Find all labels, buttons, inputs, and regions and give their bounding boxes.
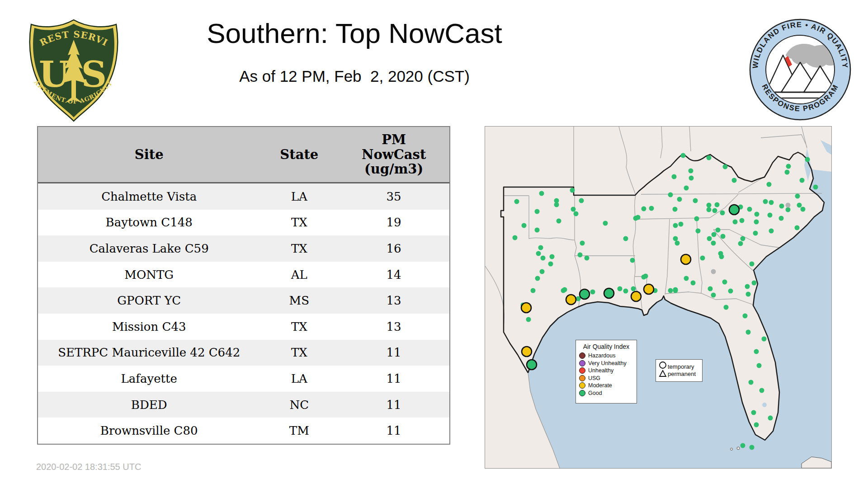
monitor-dot-good — [720, 211, 725, 216]
monitor-dot-good — [694, 216, 699, 221]
monitor-dot-good — [675, 241, 680, 246]
monitor-dot-good — [570, 188, 575, 193]
monitor-dot-good — [642, 206, 646, 211]
monitor-dot-good — [578, 253, 583, 258]
monitor-dot-good — [755, 212, 760, 217]
monitor-dot-good — [760, 388, 764, 393]
monitor-dot-good — [684, 276, 689, 281]
florida-key — [737, 447, 740, 450]
monitor-dot-good — [749, 380, 754, 385]
usfs-letter-u: U — [39, 54, 70, 95]
monitor-dot-good — [797, 203, 802, 208]
monitor-dot-good — [684, 186, 689, 191]
nowcast-table: Site State PM NowCast (ug/m3) Chalmette … — [37, 126, 450, 445]
aqi-legend: Air Quality Index HazardousVery Unhealth… — [576, 340, 637, 404]
monitor-dot-good — [768, 213, 773, 218]
lake-okeechobee — [762, 403, 767, 407]
monitor-dot-good — [785, 170, 790, 175]
monitor-dot-good — [554, 202, 559, 207]
permanent-label: permanent — [668, 371, 696, 378]
monitor-dot-good — [700, 256, 705, 261]
monitor-dot-good — [580, 241, 585, 246]
site-cell: SETRPC Mauriceville 42 C642 — [38, 346, 260, 359]
wfaqrp-logo: WILDLAND FIRE • AIR QUALITY RESPONSE PRO… — [747, 16, 854, 123]
monitor-dot-good — [721, 234, 726, 239]
monitor-dot-good — [691, 281, 696, 286]
monitor-dot-good — [673, 236, 678, 241]
monitor-dot-good — [746, 330, 751, 335]
col-header-site: Site — [38, 147, 260, 162]
monitor-dot-good — [769, 200, 774, 205]
value-cell: 16 — [338, 242, 449, 255]
usfs-letter-s: S — [81, 54, 107, 95]
monitor-dot-good — [757, 363, 762, 368]
state-cell: LA — [260, 372, 338, 385]
monitor-dot-good — [707, 236, 712, 241]
monitor-dot-good — [522, 223, 527, 228]
monitor-dot-good — [741, 236, 745, 241]
monitor-dot-good — [630, 258, 635, 263]
monitor-dot-good — [779, 204, 784, 209]
aqi-legend-items: HazardousVery UnhealthyUnhealthyUSGModer… — [579, 352, 633, 397]
table-row: LafayetteLA11 — [38, 366, 449, 392]
monitor-dot-good — [786, 207, 791, 212]
monitor-dot-good — [724, 305, 729, 310]
legend-item: Moderate — [579, 382, 633, 389]
monitor-dot-good — [623, 289, 628, 294]
monitor-dot-good — [752, 281, 757, 286]
monitor-dot-good — [763, 199, 768, 204]
top-site-marker — [644, 284, 654, 294]
monitor-dot-good — [733, 220, 738, 225]
monitor-dot-good — [750, 262, 755, 267]
value-cell: 11 — [338, 372, 449, 385]
monitor-dot-good — [535, 209, 540, 214]
state-cell: TX — [260, 242, 338, 255]
monitor-dot-good — [649, 206, 654, 211]
site-type-glyphs — [659, 361, 668, 380]
value-cell: 13 — [338, 294, 449, 307]
monitor-dot-good — [745, 284, 750, 289]
top-site-marker — [729, 205, 739, 215]
monitor-dot-good — [708, 286, 713, 291]
monitor-dot-good — [643, 274, 648, 279]
col-header-state: State — [260, 147, 338, 162]
monitor-dot-good — [681, 153, 686, 158]
monitor-dot-good — [754, 220, 759, 225]
legend-swatch-icon — [579, 382, 585, 389]
table-row: MONTGAL14 — [38, 262, 449, 288]
legend-item: Unhealthy — [579, 367, 633, 375]
monitor-dot-good — [747, 207, 752, 212]
site-cell: GPORT YC — [38, 294, 260, 307]
table-row: BDEDNC11 — [38, 392, 449, 418]
state-cell: MS — [260, 294, 338, 307]
monitor-dot-good — [786, 164, 791, 169]
legend-swatch-icon — [579, 360, 585, 366]
site-cell: Lafayette — [38, 372, 260, 385]
value-cell: 11 — [338, 424, 449, 437]
monitor-dot-good — [672, 174, 677, 179]
table-row: Chalmette VistaLA35 — [38, 183, 449, 210]
site-cell: MONTG — [38, 268, 260, 282]
monitor-dot-good — [723, 164, 728, 169]
monitor-dot-good — [693, 198, 698, 203]
monitor-dot-good — [536, 251, 541, 256]
state-cell: TX — [260, 320, 338, 333]
monitor-dot-good — [631, 286, 636, 291]
monitor-dot-good — [743, 314, 748, 319]
monitor-dot-good — [514, 199, 519, 204]
legend-label: Moderate — [588, 382, 612, 389]
report-page: Southern: Top NowCast As of 12 PM, Feb 2… — [0, 0, 868, 488]
monitor-dot-good — [754, 422, 759, 427]
monitor-dot-good — [779, 216, 784, 221]
table-row: Baytown C148TX19 — [38, 210, 449, 236]
monitor-dot-good — [673, 287, 678, 292]
monitor-dot-good — [813, 185, 818, 190]
state-cell: NC — [260, 398, 338, 412]
monitor-dot-good — [562, 287, 567, 292]
monitor-dot-good — [762, 337, 767, 342]
monitor-dot-good — [668, 288, 673, 293]
monitor-dot-good — [716, 228, 721, 233]
legend-swatch-icon — [579, 367, 585, 374]
monitor-dot-good — [795, 194, 800, 199]
site-cell: Brownsville C80 — [38, 424, 260, 437]
